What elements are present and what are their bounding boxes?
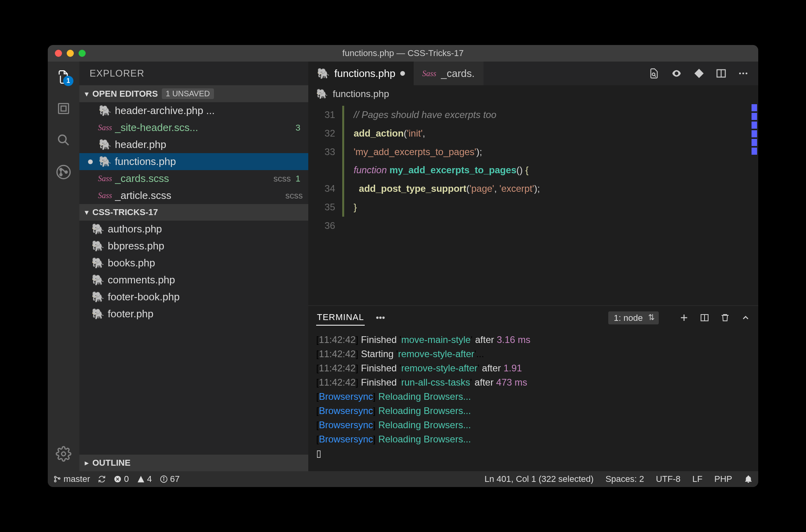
open-editors-label: OPEN EDITORS xyxy=(92,89,158,99)
file-path: scss xyxy=(274,174,291,184)
split-editor-icon[interactable] xyxy=(716,68,727,79)
split-terminal-icon[interactable] xyxy=(700,313,709,322)
open-editor-item[interactable]: Sass_cards.scssscss1 xyxy=(79,170,308,187)
line-gutter: 313233 343536 xyxy=(308,103,342,305)
editor-tab[interactable]: Sass_cards. xyxy=(414,62,484,85)
sass-file-icon: Sass xyxy=(422,69,437,78)
editor-actions xyxy=(639,68,758,79)
project-file-item[interactable]: 🐘authors.php xyxy=(79,221,308,238)
open-editors-header[interactable]: ▾ OPEN EDITORS 1 UNSAVED xyxy=(79,85,308,102)
terminal-select[interactable]: 1: node xyxy=(608,311,659,324)
close-window-button[interactable] xyxy=(55,50,62,57)
svg-point-9 xyxy=(652,73,655,76)
changes-icon[interactable] xyxy=(694,68,705,79)
sass-file-icon: Sass xyxy=(98,123,112,132)
unsaved-badge: 1 UNSAVED xyxy=(162,88,214,99)
git-branch-status[interactable]: master xyxy=(53,474,90,484)
php-file-icon: 🐘 xyxy=(92,240,104,252)
file-path: scss xyxy=(285,191,303,201)
svg-rect-1 xyxy=(61,106,66,111)
collapse-panel-icon[interactable] xyxy=(741,313,750,322)
code-content[interactable]: // Pages should have excerpts tooadd_act… xyxy=(342,103,750,305)
cursor-position-status[interactable]: Ln 401, Col 1 (322 selected) xyxy=(484,474,593,484)
kill-terminal-icon[interactable] xyxy=(720,313,730,322)
project-file-item[interactable]: 🐘bbpress.php xyxy=(79,238,308,255)
chevron-down-icon: ▾ xyxy=(85,208,88,217)
new-terminal-icon[interactable] xyxy=(679,313,689,322)
terminal-output[interactable]: [11:42:42] Finished 'move-main-style' af… xyxy=(308,330,758,471)
svg-line-10 xyxy=(654,75,656,77)
project-file-item[interactable]: 🐘footer.php xyxy=(79,305,308,322)
git-change-count: 3 xyxy=(296,123,300,133)
sync-status[interactable] xyxy=(98,475,106,483)
file-name: books.php xyxy=(108,257,303,269)
file-name: _cards.scss xyxy=(115,172,269,185)
svg-point-14 xyxy=(742,73,744,75)
preview-icon[interactable] xyxy=(671,68,682,79)
svg-point-13 xyxy=(739,73,741,75)
project-file-item[interactable]: 🐘books.php xyxy=(79,255,308,272)
file-name: bbpress.php xyxy=(108,240,303,252)
outline-header[interactable]: ▸ OUTLINE xyxy=(79,455,308,471)
project-header[interactable]: ▾ CSS-TRICKS-17 xyxy=(79,204,308,221)
terminal-panel: TERMINAL ••• 1: node [11:42:42] Finis xyxy=(308,305,758,471)
explorer-sidebar: EXPLORER ▾ OPEN EDITORS 1 UNSAVED 🐘heade… xyxy=(79,62,308,471)
svg-point-6 xyxy=(60,174,62,176)
php-file-icon: 🐘 xyxy=(92,291,104,303)
language-status[interactable]: PHP xyxy=(714,474,732,484)
more-actions-icon[interactable] xyxy=(738,68,749,79)
file-name: functions.php xyxy=(115,155,303,168)
git-change-count: 1 xyxy=(296,174,300,184)
file-name: comments.php xyxy=(108,274,303,286)
terminal-dropdown[interactable]: 1: node xyxy=(608,311,659,324)
source-control-activity-icon[interactable] xyxy=(56,164,71,180)
explorer-activity-icon[interactable]: 1 xyxy=(56,69,71,84)
notifications-bell-icon[interactable] xyxy=(744,475,753,483)
encoding-status[interactable]: UTF-8 xyxy=(656,474,680,484)
sass-file-icon: Sass xyxy=(98,174,112,183)
php-file-icon: 🐘 xyxy=(99,139,111,151)
vscode-window: functions.php — CSS-Tricks-17 1 xyxy=(48,45,758,487)
code-editor[interactable]: 313233 343536 // Pages should have excer… xyxy=(308,103,758,305)
file-name: footer.php xyxy=(108,308,303,320)
project-file-item[interactable]: 🐘comments.php xyxy=(79,272,308,288)
info-status[interactable]: 67 xyxy=(160,474,180,484)
find-activity-icon[interactable] xyxy=(56,133,71,148)
tab-label: _cards. xyxy=(441,67,474,80)
maximize-window-button[interactable] xyxy=(79,50,86,57)
open-editor-item[interactable]: 🐘header.php xyxy=(79,136,308,153)
breadcrumb-label: functions.php xyxy=(333,88,389,99)
errors-status[interactable]: 0 xyxy=(114,474,129,484)
window-title: functions.php — CSS-Tricks-17 xyxy=(342,48,463,58)
indent-status[interactable]: Spaces: 2 xyxy=(605,474,644,484)
file-name: footer-book.php xyxy=(108,291,303,303)
project-file-item[interactable]: 🐘footer-book.php xyxy=(79,288,308,305)
settings-gear-icon[interactable] xyxy=(56,446,71,462)
open-editor-item[interactable]: 🐘functions.php xyxy=(79,153,308,170)
breadcrumb[interactable]: 🐘 functions.php xyxy=(308,85,758,103)
warnings-status[interactable]: 4 xyxy=(137,474,152,484)
panel-more-icon[interactable]: ••• xyxy=(376,313,385,323)
editor-tab[interactable]: 🐘functions.php xyxy=(308,62,414,85)
svg-point-5 xyxy=(60,169,62,170)
file-name: header.php xyxy=(115,139,303,151)
minimize-window-button[interactable] xyxy=(67,50,74,57)
file-name: _article.scss xyxy=(115,189,281,202)
terminal-tab[interactable]: TERMINAL xyxy=(316,310,365,326)
php-file-icon: 🐘 xyxy=(316,88,328,99)
dirty-indicator-icon xyxy=(400,71,405,76)
project-label: CSS-TRICKS-17 xyxy=(92,207,158,217)
open-editor-item[interactable]: Sass_article.scssscss xyxy=(79,187,308,204)
open-editor-item[interactable]: Sass_site-header.scs...3 xyxy=(79,119,308,136)
svg-point-26 xyxy=(163,477,164,478)
sidebar-title: EXPLORER xyxy=(79,62,308,85)
svg-point-2 xyxy=(58,135,66,142)
panel-tab-bar: TERMINAL ••• 1: node xyxy=(308,306,758,330)
find-in-file-icon[interactable] xyxy=(649,68,660,79)
minimap[interactable] xyxy=(750,103,758,305)
eol-status[interactable]: LF xyxy=(692,474,703,484)
php-file-icon: 🐘 xyxy=(92,308,104,320)
open-editor-item[interactable]: 🐘header-archive.php ... xyxy=(79,102,308,119)
search-activity-icon[interactable] xyxy=(56,101,71,116)
open-editors-list: 🐘header-archive.php ...Sass_site-header.… xyxy=(79,102,308,204)
